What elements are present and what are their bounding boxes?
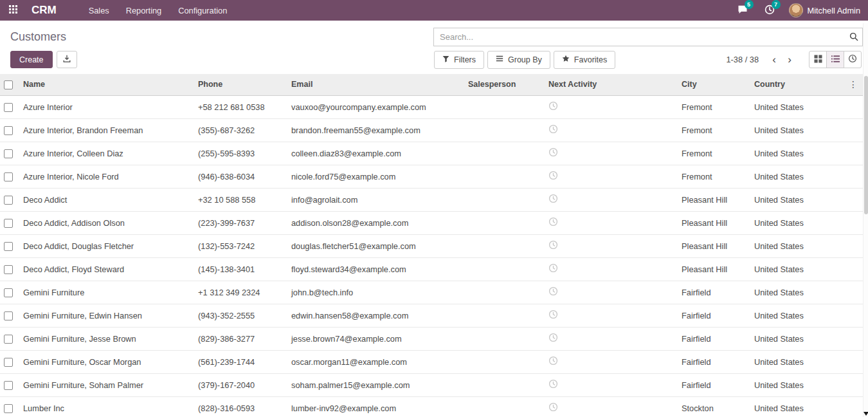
cell-name[interactable]: Deco Addict, Addison Olson bbox=[18, 211, 193, 234]
cell-next-activity[interactable] bbox=[543, 118, 676, 142]
cell-phone[interactable]: (946)-638-6034 bbox=[193, 165, 286, 188]
cell-phone[interactable]: +32 10 588 558 bbox=[193, 188, 286, 211]
cell-country[interactable]: United States bbox=[749, 165, 817, 188]
next-activity-clock-icon[interactable] bbox=[548, 263, 558, 273]
export-button[interactable] bbox=[57, 51, 77, 68]
cell-next-activity[interactable] bbox=[543, 304, 676, 327]
column-header-name[interactable]: Name bbox=[18, 74, 193, 95]
row-checkbox[interactable] bbox=[4, 404, 13, 413]
cell-email[interactable]: oscar.morgan11@example.com bbox=[286, 350, 463, 373]
customer-row[interactable]: Azure Interior, Brandon Freeman (355)-68… bbox=[0, 118, 863, 142]
row-checkbox[interactable] bbox=[4, 126, 13, 135]
cell-country[interactable]: United States bbox=[749, 281, 817, 304]
cell-salesperson[interactable] bbox=[463, 118, 543, 142]
next-activity-clock-icon[interactable] bbox=[548, 356, 558, 366]
next-activity-clock-icon[interactable] bbox=[548, 124, 558, 134]
cell-phone[interactable]: (355)-687-3262 bbox=[193, 118, 286, 142]
cell-city[interactable]: Fremont bbox=[676, 118, 749, 142]
next-activity-clock-icon[interactable] bbox=[548, 402, 558, 412]
search-button[interactable] bbox=[847, 30, 860, 45]
next-activity-clock-icon[interactable] bbox=[548, 333, 558, 342]
cell-city[interactable]: Pleasant Hill bbox=[676, 234, 749, 257]
cell-salesperson[interactable] bbox=[463, 165, 543, 188]
pager-next-button[interactable]: › bbox=[782, 51, 797, 68]
cell-phone[interactable]: (132)-553-7242 bbox=[193, 234, 286, 257]
cell-next-activity[interactable] bbox=[543, 142, 676, 165]
customer-row[interactable]: Deco Addict, Floyd Steward (145)-138-340… bbox=[0, 257, 863, 281]
cell-city[interactable]: Pleasant Hill bbox=[676, 257, 749, 281]
cell-next-activity[interactable] bbox=[543, 165, 676, 188]
cell-name[interactable]: Deco Addict, Floyd Steward bbox=[18, 257, 193, 281]
list-view-button[interactable] bbox=[826, 51, 844, 68]
column-header-phone[interactable]: Phone bbox=[193, 74, 286, 95]
cell-next-activity[interactable] bbox=[543, 211, 676, 234]
group-by-button[interactable]: Group By bbox=[487, 51, 550, 69]
cell-email[interactable]: vauxoo@yourcompany.example.com bbox=[286, 95, 463, 118]
next-activity-clock-icon[interactable] bbox=[548, 379, 558, 389]
next-activity-clock-icon[interactable] bbox=[548, 171, 558, 180]
cell-name[interactable]: Gemini Furniture, Edwin Hansen bbox=[18, 304, 193, 327]
cell-next-activity[interactable] bbox=[543, 350, 676, 373]
cell-phone[interactable]: (943)-352-2555 bbox=[193, 304, 286, 327]
column-header-next-activity[interactable]: Next Activity bbox=[543, 74, 676, 95]
select-all-checkbox[interactable] bbox=[4, 80, 13, 89]
cell-country[interactable]: United States bbox=[749, 118, 817, 142]
cell-email[interactable]: floyd.steward34@example.com bbox=[286, 257, 463, 281]
column-header-city[interactable]: City bbox=[676, 74, 749, 95]
filters-button[interactable]: Filters bbox=[434, 51, 484, 69]
column-header-email[interactable]: Email bbox=[286, 74, 463, 95]
cell-email[interactable]: john.b@tech.info bbox=[286, 281, 463, 304]
next-activity-clock-icon[interactable] bbox=[548, 101, 558, 111]
cell-salesperson[interactable] bbox=[463, 95, 543, 118]
cell-phone[interactable]: (828)-316-0593 bbox=[193, 396, 286, 417]
column-header-salesperson[interactable]: Salesperson bbox=[463, 74, 543, 95]
cell-name[interactable]: Gemini Furniture bbox=[18, 281, 193, 304]
scrollbar-down-arrow[interactable] bbox=[863, 412, 868, 416]
cell-next-activity[interactable] bbox=[543, 373, 676, 396]
cell-name[interactable]: Azure Interior, Colleen Diaz bbox=[18, 142, 193, 165]
cell-country[interactable]: United States bbox=[749, 234, 817, 257]
menu-reporting[interactable]: Reporting bbox=[121, 1, 167, 20]
cell-country[interactable]: United States bbox=[749, 327, 817, 350]
row-checkbox[interactable] bbox=[4, 242, 13, 251]
cell-email[interactable]: colleen.diaz83@example.com bbox=[286, 142, 463, 165]
cell-country[interactable]: United States bbox=[749, 350, 817, 373]
row-checkbox[interactable] bbox=[4, 149, 13, 158]
menu-sales[interactable]: Sales bbox=[84, 1, 114, 20]
next-activity-clock-icon[interactable] bbox=[548, 240, 558, 250]
cell-name[interactable]: Deco Addict, Douglas Fletcher bbox=[18, 234, 193, 257]
cell-name[interactable]: Gemini Furniture, Jesse Brown bbox=[18, 327, 193, 350]
scrollbar-thumb[interactable] bbox=[864, 76, 868, 214]
cell-email[interactable]: soham.palmer15@example.com bbox=[286, 373, 463, 396]
cell-salesperson[interactable] bbox=[463, 234, 543, 257]
cell-next-activity[interactable] bbox=[543, 234, 676, 257]
cell-phone[interactable]: (145)-138-3401 bbox=[193, 257, 286, 281]
customer-row[interactable]: Gemini Furniture, Oscar Morgan (561)-239… bbox=[0, 350, 863, 373]
next-activity-clock-icon[interactable] bbox=[548, 286, 558, 296]
cell-name[interactable]: Azure Interior, Brandon Freeman bbox=[18, 118, 193, 142]
cell-phone[interactable]: (829)-386-3277 bbox=[193, 327, 286, 350]
cell-next-activity[interactable] bbox=[543, 95, 676, 118]
customer-row[interactable]: Deco Addict, Addison Olson (223)-399-763… bbox=[0, 211, 863, 234]
next-activity-clock-icon[interactable] bbox=[548, 217, 558, 227]
create-button[interactable]: Create bbox=[10, 51, 53, 68]
cell-city[interactable]: Fremont bbox=[676, 95, 749, 118]
cell-salesperson[interactable] bbox=[463, 327, 543, 350]
cell-salesperson[interactable] bbox=[463, 304, 543, 327]
cell-city[interactable]: Fairfield bbox=[676, 373, 749, 396]
cell-email[interactable]: douglas.fletcher51@example.com bbox=[286, 234, 463, 257]
cell-salesperson[interactable] bbox=[463, 396, 543, 417]
cell-salesperson[interactable] bbox=[463, 281, 543, 304]
user-menu[interactable]: Mitchell Admin bbox=[786, 3, 863, 17]
cell-country[interactable]: United States bbox=[749, 142, 817, 165]
vertical-scrollbar[interactable] bbox=[863, 23, 868, 417]
cell-next-activity[interactable] bbox=[543, 281, 676, 304]
app-brand[interactable]: CRM bbox=[32, 4, 57, 17]
row-checkbox[interactable] bbox=[4, 265, 13, 274]
customer-row[interactable]: Lumber Inc (828)-316-0593 lumber-inv92@e… bbox=[0, 396, 863, 417]
cell-name[interactable]: Deco Addict bbox=[18, 188, 193, 211]
search-input[interactable] bbox=[433, 28, 863, 46]
customer-row[interactable]: Gemini Furniture +1 312 349 2324 john.b@… bbox=[0, 281, 863, 304]
cell-salesperson[interactable] bbox=[463, 142, 543, 165]
cell-name[interactable]: Gemini Furniture, Oscar Morgan bbox=[18, 350, 193, 373]
